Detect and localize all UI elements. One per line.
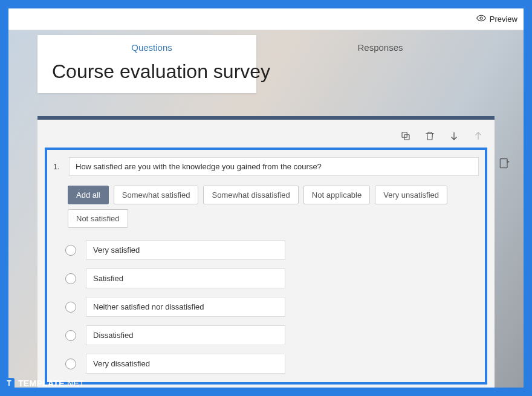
option-row <box>65 325 479 345</box>
option-row <box>65 268 479 288</box>
arrow-down-icon[interactable] <box>449 131 459 141</box>
trash-icon[interactable] <box>424 131 435 141</box>
question-toolbar <box>45 128 487 148</box>
tab-responses[interactable]: Responses <box>266 35 495 58</box>
suggestion-icon[interactable] <box>498 157 511 170</box>
question-highlight: 1. Add all Somewhat satisfied Somewhat d… <box>45 148 487 385</box>
suggestion-chip[interactable]: Not applicable <box>303 186 370 204</box>
copy-icon[interactable] <box>400 131 411 141</box>
watermark-suffix: .NET <box>65 378 85 388</box>
svg-rect-3 <box>500 159 507 168</box>
suggestion-chip[interactable]: Very unsatisfied <box>375 186 447 204</box>
option-input[interactable] <box>86 325 285 345</box>
question-editor-card: 1. Add all Somewhat satisfied Somewhat d… <box>37 116 495 388</box>
radio-icon[interactable] <box>65 359 76 369</box>
add-all-button[interactable]: Add all <box>68 186 109 204</box>
tabs-row: Questions Responses <box>37 35 495 58</box>
question-number: 1. <box>53 162 63 171</box>
option-input[interactable] <box>86 297 285 317</box>
radio-icon[interactable] <box>65 302 76 313</box>
question-text-input[interactable] <box>69 157 479 176</box>
option-row <box>65 297 479 317</box>
options-list <box>65 240 479 374</box>
watermark-brand: TEMPLATE <box>18 378 65 388</box>
suggestion-chip[interactable]: Not satisfied <box>68 209 128 228</box>
option-row <box>65 240 479 260</box>
eye-icon <box>476 13 486 25</box>
option-input[interactable] <box>86 268 285 288</box>
radio-icon[interactable] <box>65 245 76 256</box>
radio-icon[interactable] <box>65 330 76 341</box>
watermark: T TEMPLATE.NET <box>4 378 85 389</box>
radio-icon[interactable] <box>65 273 76 284</box>
option-row <box>65 354 479 374</box>
option-input[interactable] <box>86 240 285 260</box>
option-input[interactable] <box>86 354 285 374</box>
question-row: 1. <box>53 157 479 176</box>
suggestion-chip[interactable]: Somewhat satisfied <box>114 186 199 204</box>
preview-button[interactable]: Preview <box>476 13 517 25</box>
suggestion-chips: Add all Somewhat satisfied Somewhat diss… <box>68 186 479 228</box>
watermark-logo-icon: T <box>4 378 15 389</box>
top-bar: Preview <box>8 8 524 30</box>
tab-questions[interactable]: Questions <box>37 35 266 58</box>
arrow-up-icon <box>473 131 484 141</box>
preview-label: Preview <box>490 15 517 24</box>
page-title: Course evaluation survey <box>52 60 270 83</box>
suggestion-chip[interactable]: Somewhat dissatisfied <box>203 186 298 204</box>
svg-point-0 <box>480 17 482 19</box>
